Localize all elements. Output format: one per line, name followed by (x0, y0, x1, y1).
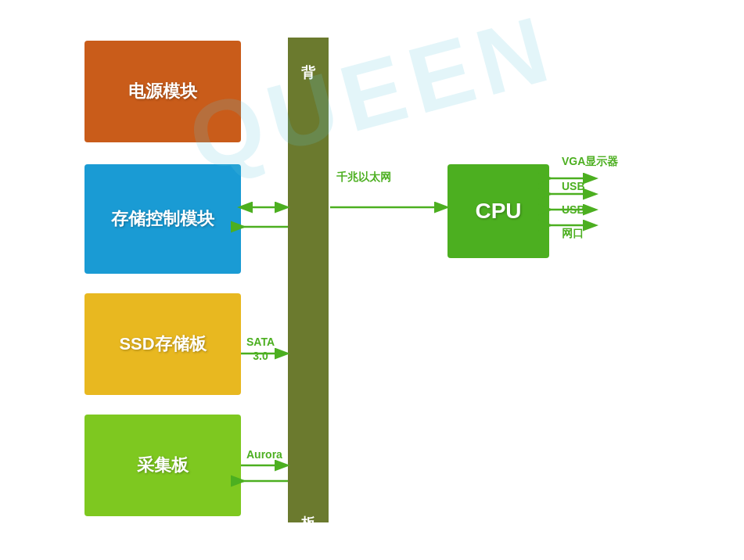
vga-label-row: VGA显示器 (562, 155, 618, 169)
cpu-block: CPU (447, 164, 549, 258)
aurora-label: Aurora (246, 448, 282, 461)
usb1-label-row: USB (562, 180, 618, 192)
capture-label: 采集板 (137, 454, 189, 477)
power-module-label: 电源模块 (128, 80, 197, 103)
network-label: 网口 (562, 227, 584, 241)
sata-label: SATA3.0 (246, 335, 275, 363)
peripheral-labels: VGA显示器 USB USB 网口 (562, 155, 618, 241)
backplane: 背 板 (288, 38, 329, 522)
storage-ctrl-module: 存储控制模块 (84, 164, 241, 274)
usb2-label-row: USB (562, 203, 618, 216)
usb1-label: USB (562, 180, 585, 192)
backplane-top-label: 背 (299, 53, 318, 56)
cpu-label: CPU (475, 199, 521, 224)
power-module: 电源模块 (84, 41, 241, 142)
diagram: QUEEN 背 板 电源模块 存储控制模块 SSD存储板 采集板 CPU (0, 0, 744, 560)
gigabit-label: 千兆以太网 (336, 171, 391, 185)
vga-label: VGA显示器 (562, 155, 618, 169)
usb2-label: USB (562, 203, 585, 216)
ssd-module: SSD存储板 (84, 293, 241, 395)
capture-module: 采集板 (84, 415, 241, 516)
network-label-row: 网口 (562, 227, 618, 241)
storage-ctrl-label: 存储控制模块 (111, 207, 214, 231)
backplane-bottom-label: 板 (299, 504, 318, 507)
ssd-label: SSD存储板 (119, 332, 206, 356)
